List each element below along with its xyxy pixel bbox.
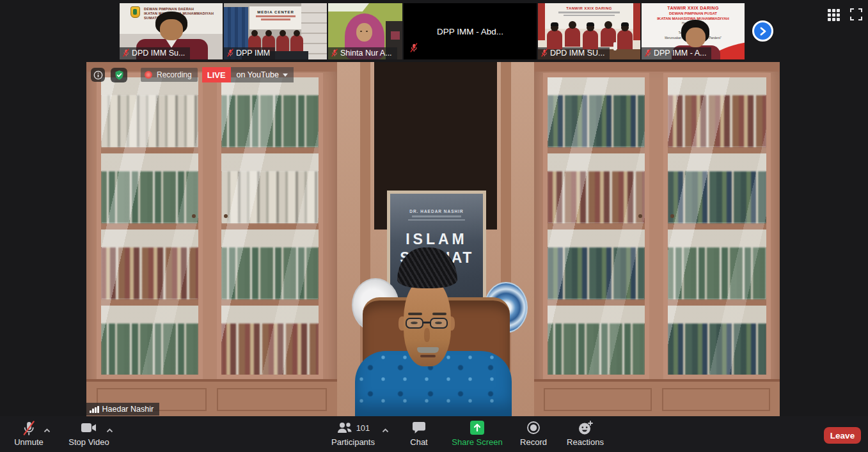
security-badge[interactable] (111, 68, 127, 82)
muted-mic-icon (409, 43, 418, 52)
stop-video-label: Stop Video (68, 437, 109, 447)
participants-caret-icon[interactable] (382, 428, 389, 433)
share-screen-label: Share Screen (452, 437, 503, 447)
muted-mic-icon (541, 49, 548, 57)
filmstrip: DEWAN PIMPINAN DAERAH IKATAN MAHASISWA M… (0, 0, 868, 61)
recording-indicator: Recording (141, 68, 198, 82)
participant-name: DPD IMM Su... (132, 49, 185, 58)
gallery-view-icon[interactable] (828, 9, 840, 22)
reactions-icon (578, 421, 593, 435)
video-camera-icon (81, 421, 97, 434)
participants-count: 101 (356, 423, 370, 433)
video-thumbnail-dpd-imm-su[interactable]: DEWAN PIMPINAN DAERAH IKATAN MAHASISWA M… (120, 3, 223, 59)
muted-mic-icon (122, 49, 130, 57)
thumbnail-banner: MEDIA CENTER (249, 6, 302, 29)
mic-muted-icon (21, 420, 36, 436)
video-thumbnail-dpp-imm-a[interactable]: TANWIR XXIX DARING DEWAN PIMPINAN PUSAT … (642, 3, 745, 59)
chat-button[interactable]: Chat (400, 419, 438, 450)
participant-name: DPP IMM - A... (654, 49, 706, 58)
live-badge: LIVE (202, 67, 231, 82)
stop-video-button[interactable]: Stop Video (61, 419, 116, 450)
shield-check-icon (114, 70, 125, 81)
bookshelf-right (534, 62, 780, 416)
active-speaker-name-tag: Haedar Nashir (86, 403, 159, 416)
banner-line: TANWIR XXIX DARING (642, 6, 745, 10)
chat-label: Chat (410, 437, 427, 447)
participant-name: DPP IMM - Abd... (404, 3, 537, 59)
video-options-caret-icon[interactable] (106, 428, 113, 433)
participant-name-tag: DPD IMM Su... (120, 47, 190, 59)
participant-name: DPP IMM (236, 49, 270, 58)
speaker-glasses (406, 318, 423, 329)
mic-options-caret-icon[interactable] (43, 428, 51, 433)
banner-line: DEWAN PIMPINAN DAERAH (144, 7, 214, 12)
next-page-button[interactable] (752, 20, 773, 42)
unmute-button[interactable]: Unmute (4, 419, 54, 450)
bookshelf-left (86, 62, 337, 416)
leave-button[interactable]: Leave (824, 427, 861, 444)
recording-label: Recording (157, 70, 192, 79)
banner-line: DEWAN PIMPINAN PUSAT (642, 12, 745, 15)
chevron-down-icon (283, 74, 288, 77)
muted-mic-icon (644, 49, 652, 57)
record-button[interactable]: Record (512, 419, 555, 450)
banner-line: MEDIA CENTER (249, 10, 302, 14)
participants-label: Participants (331, 437, 375, 447)
share-screen-button[interactable]: Share Screen (448, 419, 507, 450)
banner-line: TANWIR XXIX DARING (544, 6, 634, 10)
muted-mic-icon (226, 49, 234, 57)
youtube-label: on YouTube (237, 70, 279, 79)
meeting-info-button[interactable] (91, 68, 105, 82)
participant-name: DPD IMM SU... (550, 49, 604, 58)
organization-logo (130, 6, 140, 18)
video-thumbnail-dpp-imm-abd-camera-off[interactable]: DPP IMM - Abd... (404, 3, 537, 59)
speaker-name: Haedar Nashir (102, 405, 154, 414)
video-thumbnail-dpp-imm[interactable]: MEDIA CENTER DPP IMM (224, 3, 327, 59)
participant-name-tag: DPP IMM - A... (642, 47, 711, 59)
record-icon (526, 421, 541, 435)
info-icon (93, 70, 103, 80)
participants-button[interactable]: 101 Participants (323, 419, 383, 450)
audio-level-icon (90, 406, 99, 413)
reactions-label: Reactions (567, 437, 604, 447)
record-label: Record (520, 437, 547, 447)
share-screen-icon (470, 421, 484, 435)
reactions-button[interactable]: Reactions (563, 419, 608, 450)
zoom-meeting-window: { "strip": { "thumbnails": [ { "label": … (0, 0, 868, 452)
fullscreen-icon[interactable] (850, 8, 863, 21)
unmute-label: Unmute (14, 437, 43, 447)
recording-dot-icon (145, 71, 152, 79)
live-on-youtube-dropdown[interactable]: on YouTube (231, 67, 294, 82)
video-thumbnail-dpd-imm-su-group[interactable]: TANWIR XXIX DARING DPD IMM SU... (538, 3, 640, 59)
chevron-right-icon (759, 27, 767, 36)
muted-mic-icon (331, 49, 338, 57)
participant-name-tag: DPP IMM (224, 47, 275, 59)
video-thumbnail-shinta[interactable]: Shinta Nur A... (328, 3, 402, 59)
meeting-toolbar: Unmute Stop Video 101 Participants Chat … (0, 416, 868, 452)
stream-badges: Recording LIVE on YouTube (91, 67, 294, 82)
chat-icon (412, 421, 426, 434)
participant-name-tag: Shinta Nur A... (328, 47, 397, 59)
main-video-haedar-nashir: DR. HAEDAR NASHIR ISLAM SYARIAT Recordin… (86, 62, 780, 416)
participant-name: Shinta Nur A... (340, 49, 392, 58)
participants-icon (336, 421, 353, 434)
